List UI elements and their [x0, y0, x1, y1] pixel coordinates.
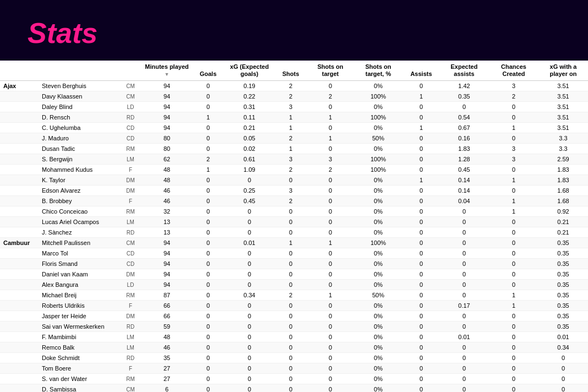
cell-xg: 0.25 — [225, 186, 274, 196]
cell-shots_on_target: 0 — [307, 322, 353, 332]
cell-goals: 0 — [192, 332, 225, 342]
col-xg-player-on: xG with a player on — [538, 61, 588, 81]
cell-chances_created: 1 — [489, 123, 538, 133]
cell-xg_player_on: 3.51 — [538, 91, 588, 102]
table-row: B. BrobbeyF4600.45200%00.0411.68 — [0, 196, 588, 206]
table-row: Roberts UldrikisF6600000%00.1710.35 — [0, 301, 588, 311]
cell-team — [0, 353, 40, 363]
cell-expected_assists: 0 — [439, 374, 489, 384]
cell-minutes: 48 — [142, 175, 192, 186]
cell-shots: 0 — [274, 342, 307, 353]
cell-xg_player_on: 3.51 — [538, 112, 588, 123]
cell-goals: 0 — [192, 102, 225, 112]
cell-xg: 0 — [225, 280, 274, 290]
col-chances-created: Chances Created — [489, 61, 538, 81]
cell-team — [0, 384, 40, 392]
cell-xg_player_on: 0.35 — [538, 301, 588, 311]
page-header: Stats — [0, 0, 588, 61]
cell-shots_on_target_pct: 0% — [353, 332, 403, 342]
cell-assists: 0 — [403, 165, 439, 175]
cell-expected_assists: 0.35 — [439, 91, 489, 102]
cell-goals: 0 — [192, 384, 225, 392]
cell-player: D. Sambissa — [40, 384, 119, 392]
cell-chances_created: 0 — [489, 186, 538, 196]
cell-position: CD — [119, 133, 142, 144]
cell-xg: 0 — [225, 301, 274, 311]
cell-shots_on_target: 0 — [307, 81, 353, 91]
cell-minutes: 46 — [142, 196, 192, 206]
cell-player: Edson Alvarez — [40, 186, 119, 196]
cell-xg: 0.19 — [225, 81, 274, 91]
col-minutes[interactable]: Minutes played ▼ — [142, 61, 192, 81]
cell-xg_player_on: 1.83 — [538, 175, 588, 186]
cell-position: CD — [119, 123, 142, 133]
cell-position: RD — [119, 353, 142, 363]
cell-expected_assists: 0 — [439, 342, 489, 353]
cell-player: C. Ughelumba — [40, 123, 119, 133]
table-row: Daley BlindLD9400.31300%0003.51 — [0, 102, 588, 112]
cell-xg_player_on: 3.51 — [538, 102, 588, 112]
cell-shots_on_target_pct: 0% — [353, 269, 403, 280]
cell-shots_on_target_pct: 0% — [353, 206, 403, 217]
cell-goals: 0 — [192, 186, 225, 196]
cell-chances_created: 0 — [489, 322, 538, 332]
cell-xg: 0.34 — [225, 290, 274, 301]
cell-team — [0, 332, 40, 342]
cell-minutes: 94 — [142, 259, 192, 269]
cell-shots: 3 — [274, 186, 307, 196]
cell-chances_created: 0 — [489, 165, 538, 175]
col-shots-on-target-pct: Shots on target, % — [353, 61, 403, 81]
cell-position: RM — [119, 206, 142, 217]
cell-xg_player_on: 3.51 — [538, 123, 588, 133]
table-row: Michael BreijRM8700.342150%0010.35 — [0, 290, 588, 301]
cell-goals: 0 — [192, 91, 225, 102]
cell-xg_player_on: 0.35 — [538, 311, 588, 322]
cell-goals: 0 — [192, 248, 225, 259]
cell-xg_player_on: 0.34 — [538, 342, 588, 353]
cell-position: CD — [119, 259, 142, 269]
cell-xg: 0 — [225, 269, 274, 280]
cell-chances_created: 0 — [489, 217, 538, 227]
cell-xg_player_on: 0 — [538, 384, 588, 392]
cell-team — [0, 206, 40, 217]
cell-chances_created: 0 — [489, 269, 538, 280]
cell-expected_assists: 0 — [439, 311, 489, 322]
cell-shots_on_target_pct: 0% — [353, 196, 403, 206]
cell-shots: 2 — [274, 290, 307, 301]
cell-xg_player_on: 0.21 — [538, 227, 588, 238]
table-row: AjaxSteven BerghuisCM9400.19200%01.4233.… — [0, 81, 588, 91]
cell-team — [0, 91, 40, 102]
col-position — [119, 61, 142, 81]
cell-goals: 0 — [192, 353, 225, 363]
cell-shots_on_target_pct: 0% — [353, 217, 403, 227]
cell-minutes: 46 — [142, 186, 192, 196]
cell-shots_on_target: 0 — [307, 259, 353, 269]
cell-xg: 0.01 — [225, 238, 274, 248]
cell-shots_on_target_pct: 0% — [353, 227, 403, 238]
cell-shots_on_target_pct: 0% — [353, 384, 403, 392]
cell-team — [0, 363, 40, 374]
cell-position: RM — [119, 374, 142, 384]
cell-shots: 0 — [274, 269, 307, 280]
cell-shots_on_target: 2 — [307, 91, 353, 102]
cell-minutes: 59 — [142, 322, 192, 332]
cell-shots_on_target: 0 — [307, 175, 353, 186]
cell-xg_player_on: 3.3 — [538, 133, 588, 144]
cell-minutes: 6 — [142, 384, 192, 392]
cell-assists: 0 — [403, 363, 439, 374]
cell-xg: 1.09 — [225, 165, 274, 175]
cell-shots_on_target: 0 — [307, 384, 353, 392]
cell-shots_on_target: 0 — [307, 196, 353, 206]
cell-assists: 0 — [403, 384, 439, 392]
cell-shots: 0 — [274, 259, 307, 269]
table-row: D. RenschRD9410.1111100%00.5403.51 — [0, 112, 588, 123]
cell-expected_assists: 0 — [439, 353, 489, 363]
stats-table: Minutes played ▼ Goals xG (Expected goal… — [0, 61, 588, 392]
cell-xg: 0.45 — [225, 196, 274, 206]
cell-chances_created: 0 — [489, 102, 538, 112]
cell-xg: 0 — [225, 259, 274, 269]
cell-minutes: 13 — [142, 227, 192, 238]
cell-position: LM — [119, 342, 142, 353]
table-row: Floris SmandCD9400000%0000.35 — [0, 259, 588, 269]
cell-player: F. Mambimbi — [40, 332, 119, 342]
